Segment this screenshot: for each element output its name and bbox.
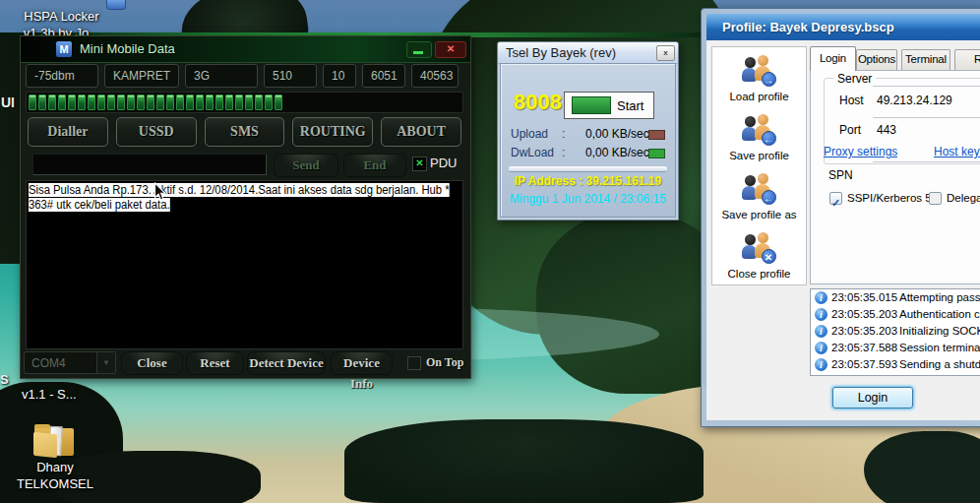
end-button[interactable]: End bbox=[343, 154, 406, 177]
spn-label: SPN bbox=[828, 168, 853, 182]
close-button[interactable]: Close bbox=[121, 351, 183, 375]
detect-device-button[interactable]: Detect Device bbox=[247, 351, 326, 375]
reset-button[interactable]: Reset bbox=[186, 351, 244, 375]
nav-button-routing[interactable]: ROUTING bbox=[292, 117, 373, 147]
status-field: 40563 bbox=[411, 64, 459, 88]
signal-segment bbox=[186, 94, 194, 110]
upload-indicator bbox=[648, 130, 665, 140]
com-port-select[interactable]: COM4 ▼ bbox=[24, 351, 116, 374]
desktop-icon-label[interactable]: Dhany TELKOMSEL bbox=[0, 459, 110, 492]
host-value[interactable]: 49.213.24.129 bbox=[877, 94, 952, 107]
datetime-text: Minggu 1 Jun 2014 / 23:06:15 bbox=[501, 192, 675, 206]
host-key-link[interactable]: Host key m bbox=[934, 145, 980, 158]
delegation-label: Delega bbox=[947, 192, 980, 204]
info-icon: i bbox=[815, 325, 827, 338]
upload-row: Upload : 0,00 KB/sec bbox=[501, 127, 675, 141]
signal-segment bbox=[235, 94, 243, 110]
signal-segment bbox=[58, 94, 66, 110]
field-divider bbox=[873, 117, 980, 118]
status-field: 6051 bbox=[362, 64, 405, 88]
info-icon: i bbox=[815, 358, 827, 371]
nav-button-about[interactable]: ABOUT bbox=[381, 117, 461, 147]
sidebar-item-label: Save profile as bbox=[712, 209, 806, 220]
tab-terminal[interactable]: Terminal bbox=[901, 49, 950, 70]
log-timestamp: 23:05:37.593 bbox=[831, 358, 897, 370]
sidebar-item-save-profile[interactable]: ←Save profile bbox=[712, 114, 806, 164]
nav-button-row: DiallerUSSDSMSROUTINGABOUT bbox=[28, 117, 461, 147]
download-indicator bbox=[648, 149, 665, 158]
profile-people-icon: ✕ bbox=[742, 232, 777, 266]
message-input[interactable] bbox=[32, 154, 267, 175]
log-entry: i23:05:35.203Authentication co bbox=[811, 306, 980, 323]
sidebar-item-label: Close profile bbox=[712, 268, 806, 280]
badge-icon: ✕ bbox=[762, 249, 776, 264]
signal-segment bbox=[265, 94, 273, 110]
log-timestamp: 23:05:35.015 bbox=[831, 291, 897, 303]
close-button[interactable]: ✕ bbox=[435, 41, 466, 58]
ip-address-text: IP Address : 39.215.161.19 bbox=[501, 174, 675, 188]
info-icon: i bbox=[815, 291, 827, 304]
signal-segment bbox=[68, 94, 76, 110]
info-icon: i bbox=[815, 342, 827, 354]
desktop-icon-label[interactable]: v1.1 - S... bbox=[22, 386, 91, 403]
bottom-bar: COM4 ▼ On Top CloseResetDetect DeviceDev… bbox=[21, 351, 470, 375]
close-button[interactable]: x bbox=[656, 45, 675, 61]
folder-icon[interactable] bbox=[32, 421, 78, 459]
proxy-settings-link[interactable]: Proxy settings bbox=[824, 145, 897, 158]
title-bar[interactable]: Tsel By Bayek (rev) x bbox=[498, 42, 678, 64]
on-top-checkbox[interactable] bbox=[407, 356, 421, 370]
mouse-cursor bbox=[153, 182, 166, 202]
port-value[interactable]: 443 bbox=[877, 123, 896, 137]
nav-button-dialler[interactable]: Dialler bbox=[28, 117, 108, 147]
session-log-list[interactable]: i23:05:35.015Attempting passwi23:05:35.2… bbox=[810, 288, 980, 376]
signal-segment bbox=[38, 94, 46, 110]
title-bar[interactable]: Profile: Bayek Depresy.bscp bbox=[706, 14, 980, 40]
sidebar-item-save-profile-as[interactable]: ←Save profile as bbox=[712, 173, 806, 223]
background-text-fragment: S bbox=[0, 372, 9, 387]
sms-line: 363# utk cek/beli paket data. bbox=[29, 198, 435, 213]
profile-people-icon: ← bbox=[742, 114, 777, 148]
sidebar-item-label: Load profile bbox=[712, 91, 806, 102]
badge-icon: ← bbox=[762, 131, 776, 146]
tab-options[interactable]: Options bbox=[856, 49, 897, 70]
log-entry: i23:05:37.588Session terminate bbox=[811, 340, 980, 356]
sspi-kerberos-checkbox[interactable]: ✓ bbox=[829, 192, 842, 205]
login-button[interactable]: Login bbox=[832, 387, 913, 409]
log-message: Attempting passw bbox=[899, 291, 980, 303]
tab-login[interactable]: Login bbox=[810, 46, 856, 71]
nav-button-sms[interactable]: SMS bbox=[205, 117, 285, 147]
title-bar[interactable]: M Mini Mobile Data ✕ bbox=[21, 36, 470, 63]
nav-button-ussd[interactable]: USSD bbox=[116, 117, 197, 147]
log-entry: i23:05:35.203Initializing SOCKS bbox=[811, 323, 980, 340]
pdu-checkbox[interactable]: ✕ bbox=[412, 157, 427, 171]
sms-line: Sisa Pulsa Anda Rp.173. Aktif s.d. 12/08… bbox=[29, 183, 435, 198]
tsel-by-bayek-window: Tsel By Bayek (rev) x 8008 Start Upload … bbox=[497, 41, 679, 220]
signal-segment bbox=[166, 94, 174, 110]
sidebar-item-load-profile[interactable]: →Load profile bbox=[712, 55, 806, 105]
signal-segment bbox=[117, 94, 125, 110]
profile-sidebar: →Load profile←Save profile←Save profile … bbox=[711, 46, 807, 285]
badge-icon: ← bbox=[762, 190, 776, 205]
desktop: { "colors": { "signal_green": "#3ddc55",… bbox=[0, 0, 980, 503]
signal-segment bbox=[215, 94, 223, 110]
port-number: 8008 bbox=[514, 90, 562, 115]
port-label: Port bbox=[839, 123, 861, 137]
status-field: KAMPRET bbox=[104, 64, 179, 88]
server-group-label: Server bbox=[833, 72, 876, 86]
separator bbox=[509, 166, 667, 172]
sidebar-item-close-profile[interactable]: ✕Close profile bbox=[712, 232, 806, 283]
log-timestamp: 23:05:37.588 bbox=[831, 342, 897, 353]
delegation-checkbox[interactable] bbox=[929, 192, 942, 205]
signal-segment bbox=[206, 94, 214, 110]
log-message: Sending a shutdo bbox=[899, 358, 980, 370]
start-button[interactable]: Start bbox=[564, 92, 654, 119]
status-field: 10 bbox=[323, 64, 356, 88]
log-entry: i23:05:35.015Attempting passw bbox=[811, 289, 980, 306]
send-button[interactable]: Send bbox=[274, 154, 338, 177]
chevron-down-icon[interactable]: ▼ bbox=[96, 352, 115, 373]
device-info-button[interactable]: Device Info bbox=[331, 351, 393, 375]
sms-text-area[interactable]: Sisa Pulsa Anda Rp.173. Aktif s.d. 12/08… bbox=[26, 180, 463, 349]
tab-remo[interactable]: Remo bbox=[954, 49, 980, 70]
minimize-button[interactable] bbox=[406, 41, 432, 58]
sspi-kerberos-label: SSPI/Kerberos 5 bbox=[847, 192, 932, 204]
